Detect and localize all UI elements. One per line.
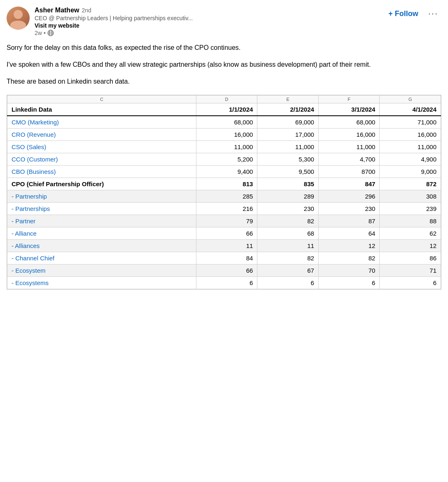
- row-13-val2: 6: [257, 277, 319, 289]
- row-label-3[interactable]: CCO (Customer): [7, 153, 196, 166]
- row-link-6[interactable]: - Partnership: [12, 193, 47, 200]
- row-2-val1: 11,000: [196, 141, 257, 153]
- row-link-4[interactable]: CBO (Business): [12, 168, 56, 175]
- row-4-val1: 9,400: [196, 166, 257, 178]
- row-8-val4: 88: [380, 215, 441, 227]
- row-4-val3: 8700: [318, 166, 380, 178]
- row-12-val3: 70: [318, 264, 380, 277]
- row-4-val4: 9,000: [380, 166, 441, 178]
- post-time: 2w: [35, 30, 42, 36]
- row-label-8[interactable]: - Partner: [7, 215, 196, 227]
- row-1-val2: 17,000: [257, 129, 319, 141]
- row-8-val2: 82: [257, 215, 319, 227]
- row-label-1[interactable]: CRO (Revenue): [7, 129, 196, 141]
- row-10-val3: 12: [318, 240, 380, 252]
- data-table: CDEFGLinkedin Data1/1/20242/1/20243/1/20…: [7, 95, 441, 289]
- row-3-val1: 5,200: [196, 153, 257, 166]
- row-5-val3: 847: [318, 178, 380, 190]
- row-12-val4: 71: [380, 264, 441, 277]
- row-1-val3: 16,000: [318, 129, 380, 141]
- row-label-11[interactable]: - Channel Chief: [7, 252, 196, 264]
- row-10-val2: 11: [257, 240, 319, 252]
- table-row: - Partnership285289296308: [7, 190, 441, 203]
- connection-badge: 2nd: [82, 7, 91, 14]
- author-name-line: Asher Mathew 2nd: [35, 7, 193, 14]
- row-link-2[interactable]: CSO (Sales): [12, 143, 46, 150]
- row-link-3[interactable]: CCO (Customer): [12, 156, 58, 163]
- col-header-g: G: [380, 96, 441, 103]
- col-header-e: E: [257, 96, 319, 103]
- row-1-val4: 16,000: [380, 129, 441, 141]
- row-7-val3: 230: [318, 203, 380, 215]
- row-9-val3: 64: [318, 227, 380, 240]
- row-6-val4: 308: [380, 190, 441, 203]
- post-paragraph-3: These are based on Linkedin search data.: [7, 77, 441, 87]
- table-row: - Alliance66686462: [7, 227, 441, 240]
- post-header: Asher Mathew 2nd CEO @ Partnership Leade…: [7, 7, 441, 36]
- row-label-4[interactable]: CBO (Business): [7, 166, 196, 178]
- post-paragraph-2: I've spoken with a few CBOs and they all…: [7, 60, 441, 70]
- table-row: CSO (Sales)11,00011,00011,00011,000: [7, 141, 441, 153]
- row-link-1[interactable]: CRO (Revenue): [12, 131, 56, 138]
- row-link-0[interactable]: CMO (Marketing): [12, 119, 59, 126]
- author-title: CEO @ Partnership Leaders | Helping part…: [35, 15, 193, 21]
- spreadsheet-container: CDEFGLinkedin Data1/1/20242/1/20243/1/20…: [7, 95, 441, 290]
- row-13-val4: 6: [380, 277, 441, 289]
- row-11-val2: 82: [257, 252, 319, 264]
- row-8-val1: 79: [196, 215, 257, 227]
- post-meta: 2w •: [35, 30, 193, 36]
- data-header-col3: 2/1/2024: [257, 103, 319, 116]
- row-5-val4: 872: [380, 178, 441, 190]
- row-label-12[interactable]: - Ecosystem: [7, 264, 196, 277]
- table-row: - Partner79828788: [7, 215, 441, 227]
- follow-button[interactable]: + Follow: [385, 8, 422, 20]
- row-2-val3: 11,000: [318, 141, 380, 153]
- avatar[interactable]: [7, 7, 30, 30]
- row-6-val1: 285: [196, 190, 257, 203]
- globe-icon: [47, 30, 54, 36]
- row-2-val4: 11,000: [380, 141, 441, 153]
- row-link-12[interactable]: - Ecosystem: [12, 267, 46, 274]
- row-6-val3: 296: [318, 190, 380, 203]
- col-header-d: D: [196, 96, 257, 103]
- visit-website-link[interactable]: Visit my website: [35, 22, 193, 29]
- row-link-7[interactable]: - Partnerships: [12, 205, 50, 212]
- row-4-val2: 9,500: [257, 166, 319, 178]
- table-row: CCO (Customer)5,2005,3004,7004,900: [7, 153, 441, 166]
- row-5-val1: 813: [196, 178, 257, 190]
- row-9-val2: 68: [257, 227, 319, 240]
- row-0-val1: 68,000: [196, 116, 257, 129]
- author-name[interactable]: Asher Mathew: [35, 7, 79, 14]
- row-label-10[interactable]: - Alliances: [7, 240, 196, 252]
- data-header-col4: 3/1/2024: [318, 103, 380, 116]
- row-2-val2: 11,000: [257, 141, 319, 153]
- row-link-13[interactable]: - Ecosystems: [12, 279, 49, 286]
- col-header-c: C: [7, 96, 196, 103]
- row-9-val4: 62: [380, 227, 441, 240]
- row-label-9[interactable]: - Alliance: [7, 227, 196, 240]
- data-header-col1: Linkedin Data: [7, 103, 196, 116]
- row-label-6[interactable]: - Partnership: [7, 190, 196, 203]
- separator: •: [44, 30, 46, 36]
- table-row: - Channel Chief84828286: [7, 252, 441, 264]
- row-3-val3: 4,700: [318, 153, 380, 166]
- row-link-10[interactable]: - Alliances: [12, 242, 40, 249]
- table-row: - Ecosystems6666: [7, 277, 441, 289]
- row-link-8[interactable]: - Partner: [12, 218, 35, 225]
- row-label-13[interactable]: - Ecosystems: [7, 277, 196, 289]
- row-0-val4: 71,000: [380, 116, 441, 129]
- table-row: CRO (Revenue)16,00017,00016,00016,000: [7, 129, 441, 141]
- row-label-7[interactable]: - Partnerships: [7, 203, 196, 215]
- row-label-2[interactable]: CSO (Sales): [7, 141, 196, 153]
- row-13-val3: 6: [318, 277, 380, 289]
- table-row: - Alliances11111212: [7, 240, 441, 252]
- row-7-val1: 216: [196, 203, 257, 215]
- row-label-0[interactable]: CMO (Marketing): [7, 116, 196, 129]
- row-8-val3: 87: [318, 215, 380, 227]
- more-options-button[interactable]: ···: [425, 7, 441, 21]
- col-header-f: F: [318, 96, 380, 103]
- header-actions: + Follow ···: [385, 7, 441, 21]
- data-header-col2: 1/1/2024: [196, 103, 257, 116]
- row-link-11[interactable]: - Channel Chief: [12, 255, 54, 262]
- row-link-9[interactable]: - Alliance: [12, 230, 37, 237]
